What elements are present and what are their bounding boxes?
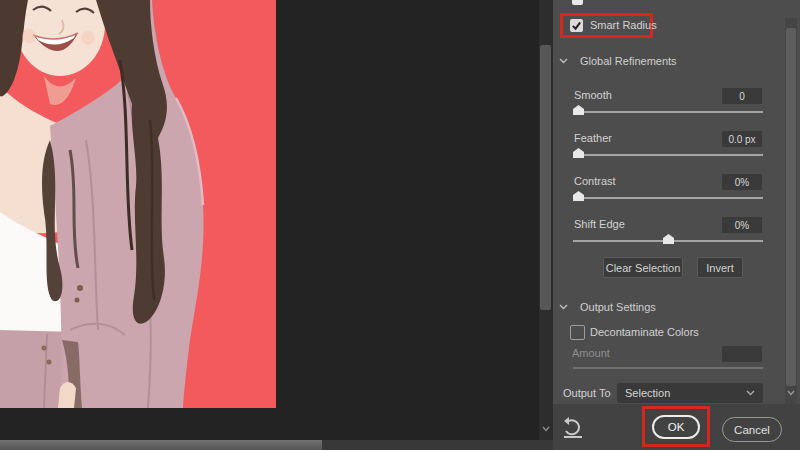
chevron-down-icon [746, 390, 755, 396]
check-icon [571, 20, 582, 31]
smart-radius-label: Smart Radius [590, 19, 657, 32]
amount-label: Amount [572, 347, 610, 360]
clear-selection-button[interactable]: Clear Selection [603, 257, 683, 278]
smart-radius-checkbox[interactable] [570, 19, 583, 32]
chevron-down-icon[interactable] [787, 390, 795, 396]
smooth-label: Smooth [574, 89, 612, 102]
photo-canvas[interactable] [0, 0, 276, 408]
feather-slider-row: Feather 0.0 px [573, 131, 763, 165]
smooth-slider-thumb[interactable] [573, 105, 584, 115]
chevron-down-icon[interactable] [559, 304, 568, 310]
output-to-dropdown[interactable]: Selection [617, 383, 763, 403]
chevron-down-icon[interactable] [559, 58, 568, 64]
amount-value-field [722, 346, 762, 362]
output-to-value: Selection [625, 387, 670, 399]
smooth-slider-track[interactable] [573, 111, 763, 113]
shift-edge-label: Shift Edge [574, 218, 625, 231]
canvas-vertical-scrollbar[interactable] [539, 0, 553, 440]
decontaminate-colors-checkbox[interactable] [570, 325, 585, 340]
panel-scrollbar-thumb[interactable] [786, 28, 796, 386]
cancel-button[interactable]: Cancel [722, 417, 782, 442]
output-settings-header[interactable]: Output Settings [580, 301, 656, 314]
shift-edge-slider-row: Shift Edge 0% [573, 217, 763, 251]
feather-slider-thumb[interactable] [573, 148, 584, 158]
output-to-label: Output To [563, 387, 611, 400]
decontaminate-colors-label: Decontaminate Colors [590, 326, 699, 339]
ok-button[interactable]: OK [652, 415, 700, 439]
chevron-down-icon[interactable] [542, 426, 550, 432]
horizontal-scrollbar-thumb[interactable] [0, 440, 322, 450]
shift-edge-slider-thumb[interactable] [663, 234, 674, 244]
select-and-mask-workspace: Smart Radius Global Refinements Smooth 0… [0, 0, 800, 450]
ok-button-highlight: OK [642, 406, 710, 447]
contrast-slider-row: Contrast 0% [573, 174, 763, 208]
feather-value-field[interactable]: 0.0 px [722, 131, 762, 147]
smooth-slider-row: Smooth 0 [573, 88, 763, 122]
invert-button[interactable]: Invert [697, 257, 743, 278]
smart-radius-highlight: Smart Radius [560, 13, 653, 38]
amount-slider-track [573, 367, 763, 369]
smooth-value-field[interactable]: 0 [722, 88, 762, 104]
reset-arrow-icon[interactable] [560, 416, 586, 440]
shift-edge-value-field[interactable]: 0% [722, 217, 762, 233]
panel-scrollbar[interactable] [785, 18, 797, 404]
global-refinements-header[interactable]: Global Refinements [580, 55, 677, 68]
radius-slider-thumb[interactable] [572, 0, 583, 5]
contrast-slider-thumb[interactable] [573, 191, 584, 201]
feather-slider-track[interactable] [573, 154, 763, 156]
feather-label: Feather [574, 132, 612, 145]
contrast-slider-track[interactable] [573, 197, 763, 199]
contrast-label: Contrast [574, 175, 616, 188]
canvas-horizontal-scrollbar[interactable] [0, 440, 553, 450]
vertical-scrollbar-thumb[interactable] [540, 45, 551, 310]
contrast-value-field[interactable]: 0% [722, 174, 762, 190]
